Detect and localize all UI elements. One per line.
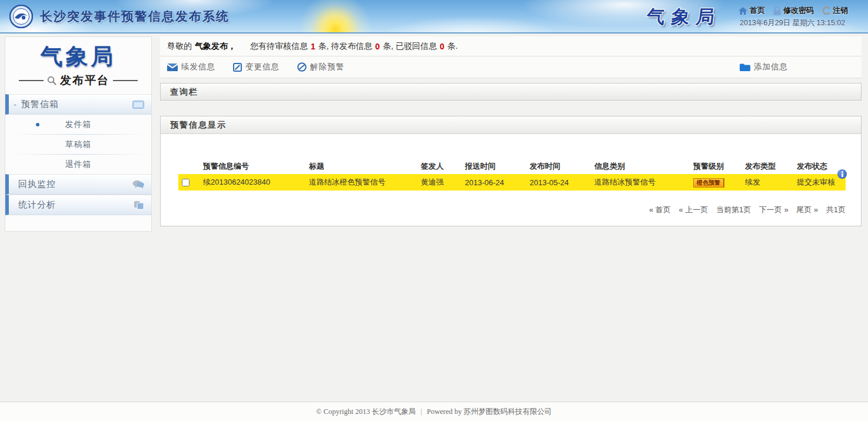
active-bullet-icon (36, 123, 39, 126)
collapse-indicator: - (14, 100, 16, 109)
system-title: 长沙突发事件预警信息发布系统 (40, 8, 230, 25)
pagination-next[interactable]: 下一页 » (759, 205, 789, 214)
pending-publish-count: 0 (375, 42, 380, 51)
nav-home-link[interactable]: 首页 (736, 5, 767, 16)
row-checkbox-cell (178, 179, 203, 186)
modify-info-label: 变更信息 (245, 62, 280, 72)
pagination-prev[interactable]: « 上一页 (679, 205, 709, 214)
meteorological-emblem-logo (9, 5, 33, 28)
sidebar-item-receipt-monitor[interactable]: 回执监控 (5, 174, 151, 195)
sidebar-item-label: 退件箱 (65, 159, 92, 170)
chat-bubbles-icon (132, 180, 144, 189)
col-header-publish-time: 发布时间 (530, 161, 594, 172)
warning-info-panel: 预警信息显示 预警信息编号 标题 签发人 报送时间 发布时间 信息类别 预警级别… (160, 116, 862, 226)
footer: © Copyright 2013 长沙市气象局 | Powered by 苏州梦… (0, 402, 868, 421)
row-checkbox[interactable] (182, 179, 189, 186)
resend-info-button[interactable]: 续发信息 (167, 62, 215, 72)
table-row[interactable]: 续20130624023840 道路结冰橙色预警信号 黄迪强 2013-06-2… (178, 174, 846, 191)
warning-table: 预警信息编号 标题 签发人 报送时间 发布时间 信息类别 预警级别 发布类型 发… (178, 159, 846, 191)
row-id: 续20130624023840 (203, 177, 309, 188)
col-header-publish-type: 发布类型 (745, 161, 797, 172)
pagination: « 首页 « 上一页 当前第1页 下一页 » 尾页 » 共1页 (161, 205, 846, 215)
sidebar-item-label: 回执监控 (18, 179, 56, 190)
sidebar-logo-subtitle: 发布平台 (60, 73, 109, 88)
sidebar-item-statistics[interactable]: 统计分析 (5, 195, 151, 215)
nav-home-label: 首页 (750, 5, 765, 16)
home-icon (739, 7, 747, 15)
warning-panel-title: 预警信息显示 (170, 120, 227, 129)
sidebar-item-warning-mailbox[interactable]: - 预警信箱 (5, 94, 151, 115)
mailbox-icon (132, 101, 144, 109)
col-header-signer: 签发人 (421, 161, 465, 172)
greeting-seg1: 您有待审核信息 (250, 41, 308, 52)
add-info-label: 添加信息 (754, 62, 788, 72)
info-icon[interactable] (837, 169, 847, 179)
sidebar-item-drafts[interactable]: 草稿箱 (5, 135, 151, 154)
row-report-time: 2013-06-24 (465, 178, 530, 187)
greeting-seg3: 条, 已驳回信息 (383, 41, 437, 52)
copy-pages-icon (134, 201, 144, 210)
row-signer: 黄迪强 (421, 177, 465, 188)
nav-change-password-label: 修改密码 (783, 5, 814, 16)
sidebar-item-label: 统计分析 (18, 199, 56, 210)
header-right: 气象局 首页 修改密码 注销 2013年6月29日 星期六 13:15:02 (647, 0, 850, 34)
decorative-line (113, 80, 138, 81)
warning-panel-header: 预警信息显示 (161, 116, 861, 134)
warning-panel-body: 预警信息编号 标题 签发人 报送时间 发布时间 信息类别 预警级别 发布类型 发… (161, 159, 861, 215)
rejected-count: 0 (440, 42, 444, 51)
cancel-warning-label: 解除预警 (310, 62, 344, 72)
query-bar-title: 查询栏 (170, 87, 198, 96)
greeting-seg2: 条, 待发布信息 (318, 41, 373, 52)
toolbar: 续发信息 变更信息 解除预警 添加信息 (160, 56, 862, 78)
nav-change-password-link[interactable]: 修改密码 (771, 5, 816, 16)
top-header: 长沙突发事件预警信息发布系统 气象局 首页 修改密码 注销 2013年6月29日… (0, 0, 868, 34)
pagination-total: 共1页 (826, 205, 846, 214)
greeting-prefix: 尊敬的 (167, 41, 192, 52)
main-content: 尊敬的 气象发布， 您有待审核信息 1 条, 待发布信息 0 条, 已驳回信息 … (160, 36, 862, 226)
col-header-category: 信息类别 (594, 161, 693, 172)
header-nav: 首页 修改密码 注销 (736, 5, 850, 16)
nav-logout-label: 注销 (833, 5, 848, 16)
footer-separator: | (421, 407, 423, 416)
pagination-first[interactable]: « 首页 (649, 205, 671, 214)
col-header-title: 标题 (309, 161, 421, 172)
greeting-username: 气象发布， (195, 41, 236, 52)
add-info-button[interactable]: 添加信息 (740, 62, 788, 72)
orange-warning-badge: 橙色预警 (693, 178, 724, 188)
footer-copyright: © Copyright 2013 长沙市气象局 (316, 407, 416, 417)
row-title: 道路结冰橙色预警信号 (309, 177, 421, 188)
col-header-id: 预警信息编号 (203, 161, 309, 172)
sidebar-logo-subtitle-row: 发布平台 (5, 73, 151, 94)
col-header-report-time: 报送时间 (465, 161, 530, 172)
folder-icon (740, 64, 750, 71)
sidebar-item-label: 预警信箱 (21, 99, 59, 110)
edit-icon (233, 63, 242, 72)
greeting-bar: 尊敬的 气象发布， 您有待审核信息 1 条, 待发布信息 0 条, 已驳回信息 … (160, 36, 862, 56)
sidebar-logo-title: 气象局 (5, 42, 151, 72)
row-publish-time: 2013-05-24 (530, 178, 594, 187)
resend-info-label: 续发信息 (181, 62, 215, 72)
sidebar-logo: 气象局 发布平台 (5, 37, 151, 94)
brand: 长沙突发事件预警信息发布系统 (0, 5, 230, 28)
mail-icon (167, 64, 178, 71)
sidebar-item-returned[interactable]: 退件箱 (5, 155, 151, 174)
sidebar-item-label: 草稿箱 (65, 139, 92, 150)
sidebar-item-outbox[interactable]: 发件箱 (5, 115, 151, 134)
decorative-line (19, 80, 44, 81)
logout-icon (822, 6, 830, 15)
table-header-row: 预警信息编号 标题 签发人 报送时间 发布时间 信息类别 预警级别 发布类型 发… (178, 159, 846, 174)
pagination-last[interactable]: 尾页 » (796, 205, 818, 214)
search-icon (47, 76, 56, 85)
nav-logout-link[interactable]: 注销 (820, 5, 850, 16)
greeting-seg4: 条. (447, 41, 458, 52)
cancel-warning-button[interactable]: 解除预警 (297, 62, 344, 72)
pending-review-count: 1 (311, 42, 315, 51)
sidebar-item-label: 发件箱 (65, 119, 92, 130)
row-status: 提交未审核 (797, 177, 846, 188)
query-bar-header[interactable]: 查询栏 (160, 83, 862, 101)
col-header-level: 预警级别 (693, 161, 745, 172)
footer-powered-by: Powered by 苏州梦图数码科技有限公司 (427, 407, 552, 417)
sidebar: 气象局 发布平台 - 预警信箱 发件箱 草稿箱 退件箱 回执监控 统计分析 (5, 36, 152, 232)
modify-info-button[interactable]: 变更信息 (233, 62, 280, 72)
pagination-current: 当前第1页 (716, 205, 751, 214)
